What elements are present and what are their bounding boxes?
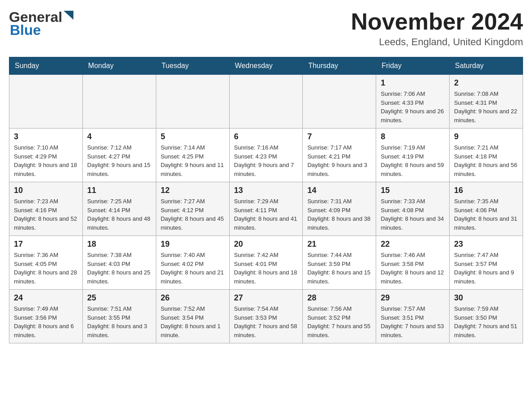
day-info: Sunrise: 7:12 AMSunset: 4:27 PMDaylight:…: [87, 143, 151, 178]
calendar-cell: 19Sunrise: 7:40 AMSunset: 4:02 PMDayligh…: [156, 236, 229, 290]
day-number: 4: [87, 132, 151, 141]
day-info: Sunrise: 7:06 AMSunset: 4:33 PMDaylight:…: [381, 90, 445, 124]
calendar-cell: 22Sunrise: 7:46 AMSunset: 3:58 PMDayligh…: [376, 236, 450, 290]
day-number: 28: [307, 293, 371, 303]
day-info: Sunrise: 7:21 AMSunset: 4:18 PMDaylight:…: [454, 143, 518, 178]
day-info: Sunrise: 7:56 AMSunset: 3:52 PMDaylight:…: [307, 304, 371, 339]
day-number: 20: [234, 240, 298, 249]
calendar-cell: 5Sunrise: 7:14 AMSunset: 4:25 PMDaylight…: [156, 128, 229, 182]
day-info: Sunrise: 7:10 AMSunset: 4:29 PMDaylight:…: [14, 143, 78, 178]
day-info: Sunrise: 7:44 AMSunset: 3:59 PMDaylight:…: [307, 251, 371, 286]
title-section: November 2024 Leeds, England, United Kin…: [351, 9, 523, 48]
day-number: 19: [161, 240, 225, 249]
day-number: 2: [454, 78, 518, 88]
col-monday: Monday: [82, 57, 156, 75]
calendar-cell: [303, 75, 376, 128]
day-info: Sunrise: 7:49 AMSunset: 3:56 PMDaylight:…: [14, 304, 78, 339]
day-info: Sunrise: 7:46 AMSunset: 3:58 PMDaylight:…: [381, 251, 445, 286]
calendar-cell: [229, 75, 303, 128]
day-number: 18: [87, 240, 151, 249]
day-info: Sunrise: 7:33 AMSunset: 4:08 PMDaylight:…: [381, 197, 445, 232]
calendar-cell: 23Sunrise: 7:47 AMSunset: 3:57 PMDayligh…: [450, 236, 523, 290]
day-info: Sunrise: 7:54 AMSunset: 3:53 PMDaylight:…: [234, 304, 298, 339]
calendar-cell: 25Sunrise: 7:51 AMSunset: 3:55 PMDayligh…: [82, 290, 156, 343]
calendar-cell: 1Sunrise: 7:06 AMSunset: 4:33 PMDaylight…: [376, 75, 450, 128]
week-row-3: 10Sunrise: 7:23 AMSunset: 4:16 PMDayligh…: [9, 182, 523, 236]
day-info: Sunrise: 7:08 AMSunset: 4:31 PMDaylight:…: [454, 90, 518, 124]
day-info: Sunrise: 7:40 AMSunset: 4:02 PMDaylight:…: [161, 251, 225, 286]
day-number: 11: [87, 186, 151, 195]
calendar-cell: 12Sunrise: 7:27 AMSunset: 4:12 PMDayligh…: [156, 182, 229, 236]
calendar-cell: 2Sunrise: 7:08 AMSunset: 4:31 PMDaylight…: [450, 75, 523, 128]
col-tuesday: Tuesday: [156, 57, 229, 75]
month-title: November 2024: [351, 9, 523, 34]
calendar-cell: 21Sunrise: 7:44 AMSunset: 3:59 PMDayligh…: [303, 236, 376, 290]
day-info: Sunrise: 7:38 AMSunset: 4:03 PMDaylight:…: [87, 251, 151, 286]
logo-arrow-icon: [64, 11, 73, 22]
day-number: 23: [454, 240, 518, 249]
day-number: 30: [454, 293, 518, 303]
calendar-cell: 13Sunrise: 7:29 AMSunset: 4:11 PMDayligh…: [229, 182, 303, 236]
calendar-cell: 11Sunrise: 7:25 AMSunset: 4:14 PMDayligh…: [82, 182, 156, 236]
day-number: 8: [381, 132, 445, 141]
day-number: 1: [381, 78, 445, 88]
calendar-header-row: Sunday Monday Tuesday Wednesday Thursday…: [9, 57, 523, 75]
calendar-cell: [82, 75, 156, 128]
day-number: 17: [14, 240, 78, 249]
calendar-cell: 18Sunrise: 7:38 AMSunset: 4:03 PMDayligh…: [82, 236, 156, 290]
calendar-cell: 24Sunrise: 7:49 AMSunset: 3:56 PMDayligh…: [9, 290, 83, 343]
day-number: 13: [234, 186, 298, 195]
day-number: 6: [234, 132, 298, 141]
day-number: 26: [161, 293, 225, 303]
page-header: General Blue November 2024 Leeds, Englan…: [9, 9, 523, 48]
day-number: 27: [234, 293, 298, 303]
location: Leeds, England, United Kingdom: [351, 36, 523, 48]
day-number: 14: [307, 186, 371, 195]
calendar-cell: 3Sunrise: 7:10 AMSunset: 4:29 PMDaylight…: [9, 128, 83, 182]
day-number: 22: [381, 240, 445, 249]
calendar-cell: 20Sunrise: 7:42 AMSunset: 4:01 PMDayligh…: [229, 236, 303, 290]
calendar-cell: 27Sunrise: 7:54 AMSunset: 3:53 PMDayligh…: [229, 290, 303, 343]
day-info: Sunrise: 7:29 AMSunset: 4:11 PMDaylight:…: [234, 197, 298, 232]
day-info: Sunrise: 7:57 AMSunset: 3:51 PMDaylight:…: [381, 304, 445, 339]
day-info: Sunrise: 7:42 AMSunset: 4:01 PMDaylight:…: [234, 251, 298, 286]
day-info: Sunrise: 7:16 AMSunset: 4:23 PMDaylight:…: [234, 143, 298, 178]
calendar-cell: 9Sunrise: 7:21 AMSunset: 4:18 PMDaylight…: [450, 128, 523, 182]
calendar-cell: 26Sunrise: 7:52 AMSunset: 3:54 PMDayligh…: [156, 290, 229, 343]
col-thursday: Thursday: [303, 57, 376, 75]
logo: General Blue: [9, 9, 73, 39]
calendar-cell: 14Sunrise: 7:31 AMSunset: 4:09 PMDayligh…: [303, 182, 376, 236]
col-sunday: Sunday: [9, 57, 83, 75]
day-info: Sunrise: 7:19 AMSunset: 4:19 PMDaylight:…: [381, 143, 445, 178]
col-wednesday: Wednesday: [229, 57, 303, 75]
calendar-cell: 7Sunrise: 7:17 AMSunset: 4:21 PMDaylight…: [303, 128, 376, 182]
day-number: 5: [161, 132, 225, 141]
day-info: Sunrise: 7:14 AMSunset: 4:25 PMDaylight:…: [161, 143, 225, 178]
calendar-cell: 16Sunrise: 7:35 AMSunset: 4:06 PMDayligh…: [450, 182, 523, 236]
day-number: 24: [14, 293, 78, 303]
calendar-cell: 28Sunrise: 7:56 AMSunset: 3:52 PMDayligh…: [303, 290, 376, 343]
day-info: Sunrise: 7:59 AMSunset: 3:50 PMDaylight:…: [454, 304, 518, 339]
calendar-cell: 8Sunrise: 7:19 AMSunset: 4:19 PMDaylight…: [376, 128, 450, 182]
day-info: Sunrise: 7:27 AMSunset: 4:12 PMDaylight:…: [161, 197, 225, 232]
day-number: 21: [307, 240, 371, 249]
calendar-cell: 29Sunrise: 7:57 AMSunset: 3:51 PMDayligh…: [376, 290, 450, 343]
week-row-5: 24Sunrise: 7:49 AMSunset: 3:56 PMDayligh…: [9, 290, 523, 343]
day-info: Sunrise: 7:31 AMSunset: 4:09 PMDaylight:…: [307, 197, 371, 232]
day-info: Sunrise: 7:52 AMSunset: 3:54 PMDaylight:…: [161, 304, 225, 339]
calendar-cell: 4Sunrise: 7:12 AMSunset: 4:27 PMDaylight…: [82, 128, 156, 182]
day-number: 25: [87, 293, 151, 303]
day-info: Sunrise: 7:51 AMSunset: 3:55 PMDaylight:…: [87, 304, 151, 339]
day-number: 29: [381, 293, 445, 303]
day-info: Sunrise: 7:35 AMSunset: 4:06 PMDaylight:…: [454, 197, 518, 232]
calendar-cell: 17Sunrise: 7:36 AMSunset: 4:05 PMDayligh…: [9, 236, 83, 290]
calendar-cell: 6Sunrise: 7:16 AMSunset: 4:23 PMDaylight…: [229, 128, 303, 182]
col-friday: Friday: [376, 57, 450, 75]
day-info: Sunrise: 7:25 AMSunset: 4:14 PMDaylight:…: [87, 197, 151, 232]
day-info: Sunrise: 7:47 AMSunset: 3:57 PMDaylight:…: [454, 251, 518, 286]
svg-marker-0: [64, 11, 73, 20]
col-saturday: Saturday: [450, 57, 523, 75]
week-row-1: 1Sunrise: 7:06 AMSunset: 4:33 PMDaylight…: [9, 75, 523, 128]
day-info: Sunrise: 7:23 AMSunset: 4:16 PMDaylight:…: [14, 197, 78, 232]
logo-blue-text: Blue: [10, 22, 41, 39]
